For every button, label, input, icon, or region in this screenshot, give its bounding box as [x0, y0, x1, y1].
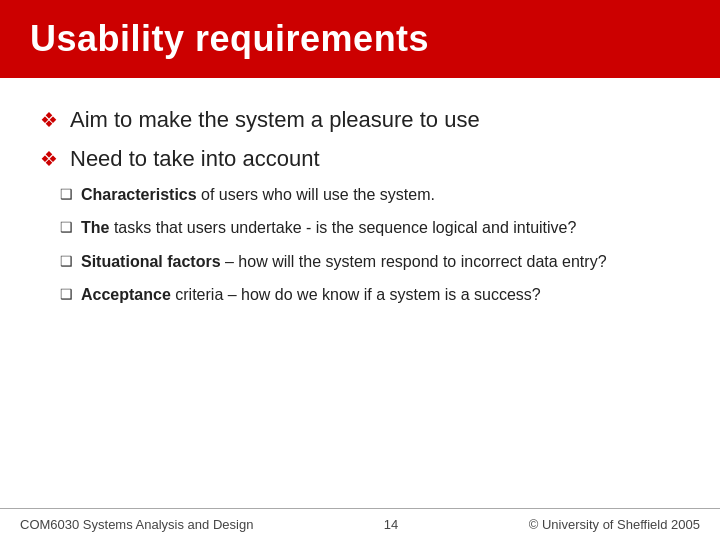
slide-header: Usability requirements: [0, 0, 720, 78]
sub-bullet-text-3: Situational factors – how will the syste…: [81, 250, 607, 273]
footer-copyright: © University of Sheffield 2005: [529, 517, 700, 532]
slide: Usability requirements ❖ Aim to make the…: [0, 0, 720, 540]
sub-bullet-text-2: The tasks that users undertake - is the …: [81, 216, 576, 239]
sub-bullet-icon-2: ❑: [60, 219, 73, 235]
sub-bullet-icon-1: ❑: [60, 186, 73, 202]
sub-bullet-item-4: ❑ Acceptance criteria – how do we know i…: [60, 283, 680, 306]
sub-bullet-text-1: Characteristics of users who will use th…: [81, 183, 435, 206]
bullet-item-1: ❖ Aim to make the system a pleasure to u…: [40, 106, 680, 135]
slide-content: ❖ Aim to make the system a pleasure to u…: [0, 78, 720, 508]
bullet-icon-1: ❖: [40, 108, 58, 132]
sub-bullet-item-2: ❑ The tasks that users undertake - is th…: [60, 216, 680, 239]
slide-title: Usability requirements: [30, 18, 429, 60]
footer-page-number: 14: [384, 517, 398, 532]
sub-bullet-item-3: ❑ Situational factors – how will the sys…: [60, 250, 680, 273]
sub-bullet-item-1: ❑ Characteristics of users who will use …: [60, 183, 680, 206]
footer-left: COM6030 Systems Analysis and Design: [20, 517, 253, 532]
bullet-text-2: Need to take into account: [70, 145, 320, 174]
sub-bullets-container: ❑ Characteristics of users who will use …: [60, 183, 680, 306]
sub-bullet-icon-4: ❑: [60, 286, 73, 302]
bullet-item-2: ❖ Need to take into account: [40, 145, 680, 174]
bullet-icon-2: ❖: [40, 147, 58, 171]
sub-bullet-text-4: Acceptance criteria – how do we know if …: [81, 283, 541, 306]
sub-bullet-icon-3: ❑: [60, 253, 73, 269]
bullet-text-1: Aim to make the system a pleasure to use: [70, 106, 480, 135]
slide-footer: COM6030 Systems Analysis and Design 14 ©…: [0, 508, 720, 540]
